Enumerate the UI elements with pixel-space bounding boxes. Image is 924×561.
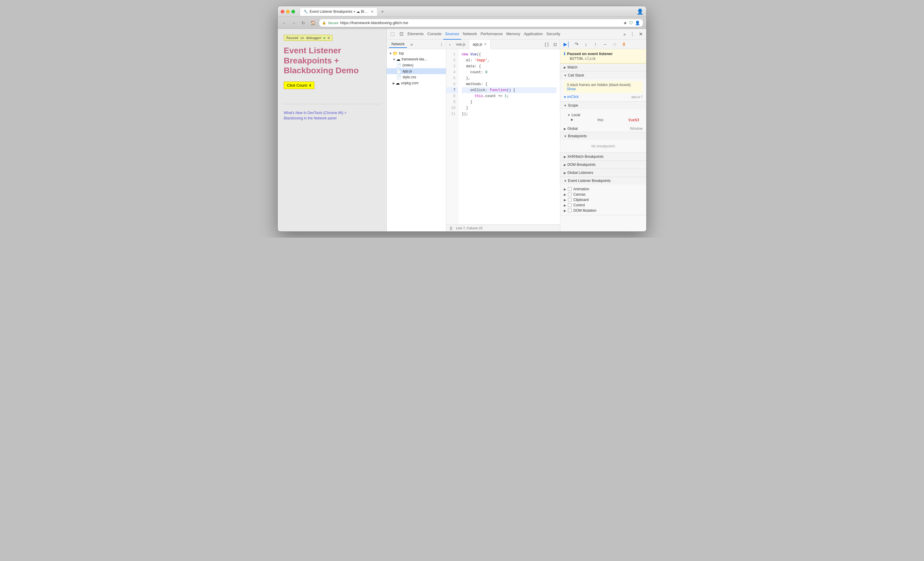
more-tabs-btn[interactable]: »	[621, 32, 628, 37]
tab-console[interactable]: Console	[425, 29, 443, 40]
chevron-right-icon: ▶	[564, 209, 566, 212]
devtools-close-btn[interactable]: ✕	[636, 31, 645, 37]
control-checkbox[interactable]	[568, 203, 572, 207]
click-count-button[interactable]: Click Count: 4	[284, 82, 314, 89]
url-bar[interactable]: 🔒 Secure https://framework-blackboxing.g…	[319, 19, 643, 27]
tree-item-index[interactable]: 📄 (index)	[387, 62, 446, 68]
step-btn[interactable]: →	[601, 40, 609, 48]
tab-close-btn[interactable]: ✕	[484, 42, 487, 46]
tree-item-unpkg[interactable]: ▶ ☁ unpkg.com	[387, 80, 446, 86]
resume-execution-btn[interactable]: ▶│	[562, 40, 571, 48]
tree-item-top[interactable]: ▼ 📁 top	[387, 50, 446, 56]
chevron-down-icon: ▼	[564, 104, 567, 107]
watch-header[interactable]: ▶ Watch	[560, 63, 646, 71]
scope-section: ▼ Scope ▼ Local ▶	[560, 102, 646, 132]
reload-btn[interactable]: ↻	[300, 20, 307, 27]
url-actions: ★ 🛡 👤	[623, 21, 640, 25]
step-into-btn[interactable]: ↓	[582, 40, 590, 48]
code-line-7: onClick: function() {	[462, 87, 556, 93]
responsive-btn[interactable]: ⊡	[397, 29, 406, 40]
debugger-panel: ▶│ ↷ ↓ ↑ → ⊖ ⏸ ℹ Paused on event listene…	[560, 40, 646, 231]
line-num-9: 9	[446, 99, 458, 105]
breakpoints-header[interactable]: ▼ Breakpoints	[560, 132, 646, 140]
cursor-btn[interactable]: ⬚	[388, 29, 397, 40]
file-tree-menu-btn[interactable]: ⋮	[440, 42, 444, 47]
canvas-checkbox[interactable]	[568, 193, 572, 196]
editor-tab-vuejs[interactable]: vue.js	[453, 40, 469, 49]
step-out-btn[interactable]: ↑	[591, 40, 600, 48]
chevron-right-icon: ▶	[564, 198, 566, 202]
close-window-btn[interactable]	[281, 10, 284, 14]
tab-close-btn[interactable]: ✕	[371, 10, 374, 14]
line-numbers: 1 2 3 4 5 6 7 8 9 10 11	[446, 49, 458, 224]
global-scope-row[interactable]: ▶ Global Window	[560, 125, 646, 132]
browser-tab-active[interactable]: 🔧 Event Listener Breakpoints + ☁ Blackbo…	[300, 8, 378, 16]
clipboard-checkbox[interactable]	[568, 198, 572, 202]
local-scope-title[interactable]: ▼ Local	[567, 112, 639, 118]
devtools-menu-btn[interactable]: ⋮	[628, 31, 636, 37]
tab-memory[interactable]: Memory	[505, 29, 522, 40]
editor-expand-btn[interactable]: ⊡	[552, 42, 559, 47]
code-line-11: });	[462, 111, 556, 117]
tab-application[interactable]: Application	[522, 29, 545, 40]
paused-notice-title: ℹ Paused on event listener	[564, 51, 643, 56]
callstack-fn: ● onClick	[564, 95, 579, 99]
animation-checkbox[interactable]	[568, 187, 572, 191]
callstack-show-link[interactable]: Show	[567, 87, 576, 91]
code-line-4: count: 0	[462, 69, 556, 75]
local-this-row: ▶ this: Vue$3	[567, 118, 639, 122]
tab-security[interactable]: Security	[544, 29, 562, 40]
event-listener-breakpoints-header[interactable]: ▼ Event Listener Breakpoints	[560, 177, 646, 184]
pause-on-exceptions-btn[interactable]: ⏸	[620, 40, 628, 48]
tab-network[interactable]: Network	[461, 29, 479, 40]
dom-mutation-checkbox[interactable]	[568, 209, 572, 212]
editor-nav-back[interactable]: ‹	[447, 40, 453, 49]
profile-btn[interactable]: 👤	[637, 8, 643, 15]
bookmark-btn[interactable]: ★	[623, 21, 627, 25]
no-breakpoints-label: No breakpoints	[564, 142, 643, 151]
tree-item-appjs[interactable]: 📄 app.js	[387, 68, 446, 74]
editor-format-btn[interactable]: { }	[543, 42, 550, 47]
event-bp-dom-mutation: ▶ DOM Mutation	[564, 208, 643, 213]
editor-tab-appjs[interactable]: app.js ✕	[469, 40, 490, 49]
tab-sources[interactable]: Sources	[443, 29, 461, 40]
step-over-btn[interactable]: ↷	[572, 40, 580, 48]
blackbox-settings-btn[interactable]: ⚙	[327, 36, 330, 40]
new-tab-btn[interactable]: +	[379, 8, 386, 15]
maximize-window-btn[interactable]	[291, 10, 295, 14]
tree-item-stylecss[interactable]: 📄 style.css	[387, 74, 446, 80]
callstack-item[interactable]: ● onClick app.js:7	[564, 94, 643, 99]
file-tree-more-btn[interactable]: »	[411, 42, 413, 47]
back-btn[interactable]: ←	[281, 20, 288, 27]
file-purple-icon: 📄	[396, 75, 401, 80]
deactivate-breakpoints-btn[interactable]: ⊖	[610, 40, 619, 48]
tree-item-framework[interactable]: ▼ ☁ framework-bla…	[387, 56, 446, 62]
file-tree-network-tab[interactable]: Network	[389, 41, 407, 48]
link-devtools-whats-new[interactable]: What's New In DevTools (Chrome 66) >	[284, 110, 380, 116]
line-num-5: 5	[446, 75, 458, 81]
account-btn[interactable]: 👤	[635, 21, 640, 25]
code-line-10: }	[462, 105, 556, 111]
scope-header[interactable]: ▼ Scope	[560, 102, 646, 109]
event-listener-breakpoints-body: ▶ Animation ▶ Canvas ▶	[560, 184, 646, 215]
folder-icon: 📁	[393, 51, 398, 56]
callstack-warning: 3 stack frames are hidden (black-boxed).…	[564, 81, 643, 93]
callstack-header[interactable]: ▼ Call Stack	[560, 72, 646, 79]
chevron-right-icon: ▶	[564, 127, 566, 130]
tab-performance[interactable]: Performance	[478, 29, 504, 40]
code-line-9: }	[462, 99, 556, 105]
home-btn[interactable]: 🏠	[309, 20, 316, 27]
traffic-lights	[281, 10, 295, 14]
tab-elements[interactable]: Elements	[406, 29, 425, 40]
extension-btn[interactable]: 🛡	[629, 21, 633, 25]
link-blackboxing[interactable]: Blackboxing in the Network panel	[284, 116, 380, 121]
chevron-right-icon: ▶	[564, 188, 566, 191]
dom-breakpoints-header[interactable]: ▶ DOM Breakpoints	[560, 161, 646, 168]
global-listeners-header[interactable]: ▶ Global Listeners	[560, 169, 646, 177]
xhr-breakpoints-header[interactable]: ▶ XHR/fetch Breakpoints	[560, 153, 646, 160]
event-listener-breakpoints-section: ▼ Event Listener Breakpoints ▶ Animation…	[560, 177, 646, 215]
minimize-window-btn[interactable]	[286, 10, 290, 14]
event-bp-control: ▶ Control	[564, 202, 643, 208]
resume-btn[interactable]: ▶	[324, 36, 326, 40]
forward-btn[interactable]: →	[290, 20, 297, 27]
